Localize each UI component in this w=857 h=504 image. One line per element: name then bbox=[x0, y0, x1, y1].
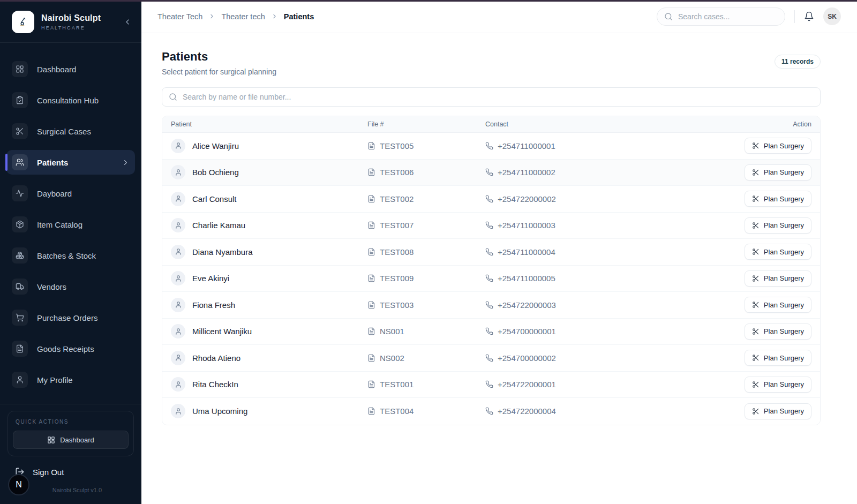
brand-text: Nairobi Sculpt HEALTHCARE bbox=[41, 13, 101, 31]
notifications-button[interactable] bbox=[804, 11, 814, 21]
phone-icon bbox=[485, 274, 493, 282]
plan-surgery-button[interactable]: Plan Surgery bbox=[745, 244, 811, 260]
n-floating-badge[interactable]: N bbox=[8, 474, 29, 495]
file-cell: TEST008 bbox=[367, 247, 485, 257]
patient-search[interactable] bbox=[162, 87, 821, 107]
quick-action-dashboard-label: Dashboard bbox=[60, 436, 94, 444]
patient-cell: Fiona Fresh bbox=[171, 298, 367, 312]
patient-avatar-icon bbox=[171, 324, 185, 338]
top-header: Theater Tech Theater tech Patients bbox=[141, 0, 857, 33]
contact-cell: +254722000001 bbox=[485, 380, 731, 389]
user-avatar[interactable]: SK bbox=[823, 7, 841, 25]
file-cell: TEST006 bbox=[367, 168, 485, 177]
patient-avatar-icon bbox=[171, 351, 185, 365]
brand-tagline: HEALTHCARE bbox=[41, 25, 101, 31]
quick-actions-title: QUICK ACTIONS bbox=[16, 419, 129, 425]
patient-cell: Bob Ochieng bbox=[171, 165, 367, 179]
scissors-icon bbox=[752, 275, 760, 282]
plan-surgery-button[interactable]: Plan Surgery bbox=[745, 270, 811, 287]
users-icon bbox=[12, 154, 28, 170]
patient-avatar-icon bbox=[171, 139, 185, 153]
file-number: TEST002 bbox=[380, 194, 414, 204]
patients-page: Patients Select patient for surgical pla… bbox=[141, 33, 857, 425]
sidebar-item-patients[interactable]: Patients bbox=[6, 150, 135, 175]
contact-number: +254700000002 bbox=[498, 353, 556, 363]
avatar-initials: SK bbox=[828, 13, 837, 20]
file-cell: TEST002 bbox=[367, 194, 485, 204]
plan-surgery-button[interactable]: Plan Surgery bbox=[745, 164, 811, 180]
scissors-icon bbox=[752, 301, 760, 309]
sidebar-item-item-catalog[interactable]: Item Catalog bbox=[6, 212, 135, 237]
global-search[interactable] bbox=[657, 7, 785, 26]
patient-name: Rhoda Atieno bbox=[192, 353, 240, 363]
plan-surgery-label: Plan Surgery bbox=[764, 327, 804, 335]
patient-avatar-icon bbox=[171, 165, 185, 179]
plan-surgery-button[interactable]: Plan Surgery bbox=[745, 403, 811, 419]
sidebar-item-dashboard[interactable]: Dashboard bbox=[6, 57, 135, 81]
file-number: NS002 bbox=[380, 353, 404, 363]
global-search-input[interactable] bbox=[678, 12, 778, 21]
sidebar-item-surgical-cases[interactable]: Surgical Cases bbox=[6, 119, 135, 144]
plan-surgery-button[interactable]: Plan Surgery bbox=[745, 350, 811, 366]
sign-out-button[interactable]: Sign Out bbox=[7, 456, 134, 479]
sidebar-item-dayboard[interactable]: Dayboard bbox=[6, 181, 135, 206]
contact-cell: +254711000003 bbox=[485, 221, 731, 230]
patient-avatar-icon bbox=[171, 298, 185, 312]
file-icon bbox=[367, 248, 375, 256]
patient-cell: Charlie Kamau bbox=[171, 218, 367, 232]
n-badge-letter: N bbox=[16, 480, 22, 490]
scissors-icon bbox=[752, 328, 760, 335]
plan-surgery-button[interactable]: Plan Surgery bbox=[745, 217, 811, 234]
action-cell: Plan Surgery bbox=[731, 217, 811, 234]
breadcrumb-theater-tech[interactable]: Theater Tech bbox=[157, 12, 202, 21]
plan-surgery-button[interactable]: Plan Surgery bbox=[745, 324, 811, 340]
plan-surgery-button[interactable]: Plan Surgery bbox=[745, 138, 811, 154]
sidebar-item-batches-stock[interactable]: Batches & Stock bbox=[6, 243, 135, 268]
table-row: Carl ConsultTEST002+254722000002Plan Sur… bbox=[162, 186, 820, 213]
patient-name: Millicent Wanjiku bbox=[192, 327, 252, 336]
sidebar-collapse-button[interactable] bbox=[123, 18, 132, 26]
sidebar-item-purchase-orders[interactable]: Purchase Orders bbox=[6, 305, 135, 330]
sidebar-item-vendors[interactable]: Vendors bbox=[6, 274, 135, 299]
main-area: Theater Tech Theater tech Patients bbox=[141, 0, 857, 504]
file-cell: TEST007 bbox=[367, 221, 485, 230]
brand-name: Nairobi Sculpt bbox=[41, 13, 101, 23]
plan-surgery-label: Plan Surgery bbox=[764, 168, 804, 176]
table-row: Rhoda AtienoNS002+254700000002Plan Surge… bbox=[162, 345, 820, 372]
sidebar-item-goods-receipts[interactable]: Goods Receipts bbox=[6, 336, 135, 361]
file-icon bbox=[367, 380, 375, 388]
contact-number: +254722000001 bbox=[498, 380, 556, 389]
plan-surgery-label: Plan Surgery bbox=[764, 142, 804, 150]
package-icon bbox=[12, 216, 28, 232]
phone-icon bbox=[485, 380, 493, 388]
quick-action-dashboard-button[interactable]: Dashboard bbox=[13, 431, 129, 449]
phone-icon bbox=[485, 354, 493, 362]
table-row: Fiona FreshTEST003+254722000003Plan Surg… bbox=[162, 292, 820, 319]
plan-surgery-label: Plan Surgery bbox=[764, 221, 804, 229]
sidebar-item-consultation-hub[interactable]: Consultation Hub bbox=[6, 88, 135, 112]
action-cell: Plan Surgery bbox=[731, 164, 811, 180]
plan-surgery-label: Plan Surgery bbox=[764, 248, 804, 256]
patient-name: Bob Ochieng bbox=[192, 168, 239, 177]
sidebar-item-label: Item Catalog bbox=[37, 220, 82, 229]
file-cell: TEST005 bbox=[367, 141, 485, 151]
patient-name: Charlie Kamau bbox=[192, 221, 245, 230]
contact-cell: +254722000004 bbox=[485, 407, 731, 416]
search-icon bbox=[664, 12, 673, 21]
patient-name: Eve Akinyi bbox=[192, 274, 229, 283]
breadcrumb-theater-tech-2[interactable]: Theater tech bbox=[221, 12, 265, 21]
patient-cell: Uma Upcoming bbox=[171, 404, 367, 418]
window-top-strip bbox=[0, 0, 857, 2]
table-row: Alice WanjiruTEST005+254711000001Plan Su… bbox=[162, 133, 820, 160]
patient-name: Fiona Fresh bbox=[192, 300, 235, 310]
sidebar-item-label: Dayboard bbox=[37, 189, 72, 198]
contact-cell: +254700000001 bbox=[485, 327, 731, 336]
user-icon bbox=[12, 372, 28, 388]
sidebar-item-my-profile[interactable]: My Profile bbox=[6, 367, 135, 392]
title-block: Patients Select patient for surgical pla… bbox=[162, 50, 276, 76]
plan-surgery-button[interactable]: Plan Surgery bbox=[745, 377, 811, 393]
plan-surgery-button[interactable]: Plan Surgery bbox=[745, 297, 811, 313]
plan-surgery-button[interactable]: Plan Surgery bbox=[745, 191, 811, 207]
app-window: Nairobi Sculpt HEALTHCARE DashboardConsu… bbox=[0, 0, 857, 504]
patient-search-input[interactable] bbox=[183, 93, 814, 101]
